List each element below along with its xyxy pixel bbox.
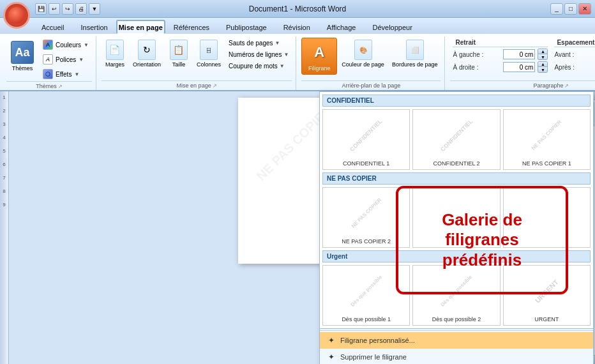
- gallery-menu: ✦ Filigrane personnalisé... ✦ Supprimer …: [320, 328, 593, 364]
- taille-button[interactable]: 📋 Taille: [165, 38, 192, 70]
- gallery-item-desquepossible2[interactable]: Dès que possible Dès que possible 2: [412, 265, 500, 326]
- orientation-button[interactable]: ↻ Orientation: [130, 38, 164, 70]
- gallery-scroll: CONFIDENTIEL CONFIDENTIEL CONFIDENTIEL 1…: [320, 92, 593, 328]
- sauts-button[interactable]: Sauts de pages ▼: [225, 38, 292, 49]
- print-quick-btn[interactable]: 🖨: [75, 3, 87, 15]
- vertical-ruler: 1 2 3 4 5 6 7 8 9: [0, 91, 9, 364]
- couleurs-icon: A: [43, 40, 53, 50]
- droite-row: À droite : ▲ ▼: [453, 61, 548, 73]
- couleurs-arrow: ▼: [84, 42, 89, 48]
- gallery-section-urgent: Urgent: [322, 250, 591, 262]
- tab-affichage[interactable]: Affichage: [319, 20, 365, 34]
- close-button[interactable]: ✕: [578, 3, 591, 15]
- menu-item-remove[interactable]: ✦ Supprimer le filigrane: [320, 349, 593, 364]
- numeros-button[interactable]: Numéros de lignes ▼: [225, 49, 292, 60]
- gallery-item-confidentiel1[interactable]: CONFIDENTIEL CONFIDENTIEL 1: [322, 109, 410, 170]
- tab-developpeur[interactable]: Développeur: [364, 20, 420, 34]
- polices-button[interactable]: A Polices ▼: [40, 52, 92, 66]
- coupure-button[interactable]: Coupure de mots ▼: [225, 61, 292, 72]
- gallery-section-nepascopier: NE PAS COPIER: [322, 172, 591, 185]
- effets-icon: ⬡: [43, 69, 53, 79]
- mise-en-page-group-label: Mise en page ↗: [102, 80, 292, 90]
- themes-sub-buttons: A Couleurs ▼ A Polices ▼ ⬡ Effets ▼: [40, 38, 92, 81]
- polices-label: Polices: [56, 56, 76, 63]
- tab-insertion[interactable]: Insertion: [72, 20, 116, 34]
- redo-quick-btn[interactable]: ↪: [62, 3, 73, 15]
- tab-mise-en-page[interactable]: Mise en page: [116, 20, 165, 34]
- minimize-button[interactable]: _: [550, 3, 563, 15]
- droite-input[interactable]: [503, 62, 535, 72]
- colonnes-icon: ⌸: [200, 40, 218, 60]
- polices-icon: A: [43, 54, 53, 64]
- coupure-arrow: ▼: [280, 63, 285, 69]
- custom-icon: ✦: [326, 335, 336, 345]
- office-button[interactable]: [3, 2, 30, 29]
- gallery-item-desquepossible1[interactable]: Dès que possible Dès que possible 1: [322, 265, 410, 326]
- gallery-thumb-9: URGENT: [505, 267, 589, 315]
- droite-spinner[interactable]: ▲ ▼: [538, 61, 548, 73]
- window-controls: _ □ ✕: [550, 3, 591, 15]
- gallery-item-confidentiel2[interactable]: CONFIDENTIEL CONFIDENTIEL 2: [412, 109, 500, 170]
- gallery-thumb-7: Dès que possible: [324, 267, 408, 315]
- retrait-section: Retrait À gauche : ▲ ▼ À droite : ▲ ▼: [450, 38, 550, 74]
- espacement-title: Espacement: [554, 39, 595, 47]
- gauche-input[interactable]: [503, 49, 535, 59]
- gallery-grid: CONFIDENTIEL CONFIDENTIEL CONFIDENTIEL 1…: [322, 95, 591, 326]
- droite-label: À droite :: [453, 64, 501, 71]
- indent-group-label: Paragraphe ↗: [450, 80, 595, 90]
- gauche-row: À gauche : ▲ ▼: [453, 49, 548, 60]
- mise-en-page-expander[interactable]: ↗: [213, 83, 217, 89]
- themes-group-expander[interactable]: ↗: [58, 84, 63, 89]
- couleurs-button[interactable]: A Couleurs ▼: [40, 38, 92, 52]
- effets-button[interactable]: ⬡ Effets ▼: [40, 67, 92, 81]
- gallery-section-confidentiel: CONFIDENTIEL: [322, 95, 591, 107]
- tab-revision[interactable]: Révision: [275, 20, 319, 34]
- gauche-label: À gauche :: [453, 51, 501, 58]
- effets-arrow: ▼: [74, 72, 79, 77]
- gallery-thumb-4: NE PAS COPIER: [324, 189, 408, 237]
- indent-expander[interactable]: ↗: [564, 83, 569, 89]
- gallery-item-nepascopier2[interactable]: NE PAS COPIER NE PAS COPIER 2: [322, 187, 410, 248]
- effets-label: Effets: [56, 71, 72, 78]
- gauche-spinner[interactable]: ▲ ▼: [538, 49, 548, 60]
- indent-spacing-group: Retrait À gauche : ▲ ▼ À droite : ▲ ▼: [446, 36, 595, 90]
- menu-sep-1: [320, 330, 593, 331]
- colonnes-button[interactable]: ⌸ Colonnes: [193, 38, 224, 70]
- bordures-page-button[interactable]: ⬜ Bordures de page: [389, 38, 441, 70]
- content-area: 1 2 3 4 5 6 7 8 9 NE PAS COPIER CONFIDEN…: [0, 91, 595, 364]
- dropdown-quick-btn[interactable]: ▼: [89, 3, 100, 15]
- menu-item-custom[interactable]: ✦ Filigrane personnalisé...: [320, 332, 593, 349]
- ribbon-tabs: Accueil Insertion Mise en page Référence…: [0, 18, 595, 34]
- themes-button[interactable]: Aa Thèmes: [6, 38, 38, 75]
- mise-en-page-group: 📄 Marges ↻ Orientation 📋 Taille ⌸ Colonn…: [98, 36, 296, 90]
- gauche-down[interactable]: ▼: [538, 54, 547, 59]
- marges-button[interactable]: 📄 Marges: [102, 38, 128, 70]
- filigrane-button[interactable]: A Filigrane: [301, 38, 337, 75]
- gallery-thumb-1: CONFIDENTIEL: [324, 111, 408, 159]
- polices-arrow: ▼: [79, 57, 84, 63]
- themes-group: Aa Thèmes A Couleurs ▼ A Polices ▼ ⬡ Eff…: [3, 36, 96, 90]
- gallery-item-empty2[interactable]: [503, 187, 591, 248]
- themes-group-content: Aa Thèmes A Couleurs ▼ A Polices ▼ ⬡ Eff…: [6, 36, 92, 81]
- droite-up[interactable]: ▲: [538, 62, 547, 67]
- tab-references[interactable]: Références: [165, 20, 218, 34]
- tab-publipostage[interactable]: Publipostage: [218, 20, 275, 34]
- gauche-up[interactable]: ▲: [538, 49, 547, 54]
- couleur-page-button[interactable]: 🎨 Couleur de page: [338, 38, 388, 70]
- espacement-section: Espacement Avant : ▲ ▼ Après : ▲ ▼: [552, 38, 595, 74]
- title-bar: 💾 ↩ ↪ 🖨 ▼ Document1 - Microsoft Word _ □…: [0, 0, 595, 18]
- gallery-item-empty1[interactable]: [412, 187, 500, 248]
- tab-accueil[interactable]: Accueil: [33, 20, 72, 34]
- droite-down[interactable]: ▼: [538, 67, 547, 72]
- undo-quick-btn[interactable]: ↩: [49, 3, 60, 15]
- gallery-label-4: NE PAS COPIER 2: [324, 237, 408, 246]
- orientation-icon: ↻: [138, 40, 156, 60]
- gallery-item-nepascopier1[interactable]: NE PAS COPIER NE PAS COPIER 1: [503, 109, 591, 170]
- restore-button[interactable]: □: [564, 3, 577, 15]
- gallery-label-1: CONFIDENTIEL 1: [324, 159, 408, 168]
- save-quick-btn[interactable]: 💾: [35, 3, 47, 15]
- numeros-arrow: ▼: [283, 52, 289, 57]
- gallery-label-7: Dès que possible 1: [324, 315, 408, 324]
- gallery-item-urgent[interactable]: URGENT URGENT: [503, 265, 591, 326]
- themes-group-label: Thèmes ↗: [6, 81, 92, 91]
